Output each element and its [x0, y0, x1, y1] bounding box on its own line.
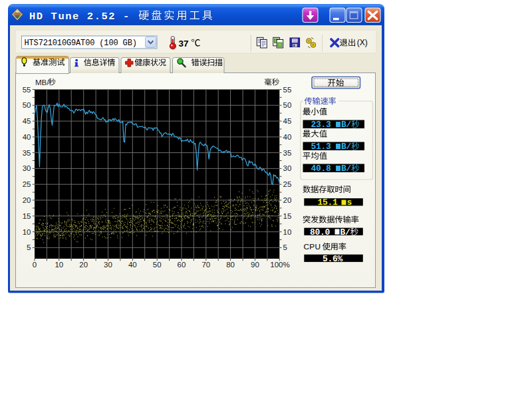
- svg-text:50: 50: [23, 101, 31, 109]
- svg-text:30: 30: [104, 261, 112, 269]
- svg-text:(X): (X): [357, 38, 368, 47]
- svg-text:5: 5: [27, 243, 31, 251]
- svg-text:50: 50: [283, 101, 292, 109]
- svg-text:51.3: 51.3: [311, 142, 332, 152]
- svg-text:37: 37: [179, 39, 189, 49]
- svg-text:HD Tune 2.52 -: HD Tune 2.52 -: [29, 11, 130, 23]
- svg-text:0: 0: [33, 261, 37, 269]
- svg-text:40: 40: [128, 261, 137, 269]
- svg-text:30: 30: [23, 164, 31, 172]
- svg-text:40: 40: [283, 133, 292, 141]
- svg-text:20: 20: [23, 196, 31, 204]
- svg-text:23.3: 23.3: [311, 120, 332, 130]
- svg-text:20: 20: [283, 196, 292, 204]
- svg-text:HTS721010G9AT00 (100 GB): HTS721010G9AT00 (100 GB): [25, 39, 137, 48]
- svg-text:45: 45: [283, 117, 292, 125]
- svg-text:s: s: [347, 198, 352, 207]
- svg-text:B/: B/: [340, 227, 351, 237]
- svg-text:35: 35: [23, 149, 31, 157]
- svg-text:40.8: 40.8: [311, 164, 332, 174]
- svg-text:25: 25: [23, 180, 31, 188]
- svg-text:10: 10: [283, 228, 292, 236]
- svg-text:25: 25: [283, 180, 292, 188]
- svg-text:45: 45: [23, 117, 31, 125]
- svg-text:15: 15: [23, 212, 31, 220]
- svg-text:20: 20: [79, 261, 88, 269]
- svg-text:55: 55: [283, 86, 292, 94]
- svg-text:5: 5: [283, 243, 287, 251]
- svg-text:MB/: MB/: [35, 78, 49, 86]
- svg-text:15.1: 15.1: [318, 198, 338, 207]
- svg-text:30: 30: [283, 164, 292, 172]
- svg-text:60: 60: [178, 261, 186, 269]
- svg-text:10: 10: [23, 228, 31, 236]
- svg-text:B/: B/: [341, 164, 352, 174]
- svg-text:100%: 100%: [270, 261, 289, 269]
- svg-text:80.0: 80.0: [310, 227, 331, 237]
- svg-text:40: 40: [23, 133, 31, 141]
- svg-text:90: 90: [251, 261, 259, 269]
- svg-text:B/: B/: [341, 142, 352, 152]
- svg-text:B/: B/: [341, 120, 352, 130]
- svg-text:5.6%: 5.6%: [323, 254, 343, 264]
- svg-text:15: 15: [283, 212, 292, 220]
- svg-text:35: 35: [283, 149, 292, 157]
- svg-text:70: 70: [201, 261, 210, 269]
- svg-text:50: 50: [153, 261, 162, 269]
- svg-text:80: 80: [226, 261, 235, 269]
- svg-text:CPU: CPU: [304, 242, 321, 251]
- svg-text:55: 55: [23, 86, 31, 94]
- svg-text:10: 10: [55, 261, 63, 269]
